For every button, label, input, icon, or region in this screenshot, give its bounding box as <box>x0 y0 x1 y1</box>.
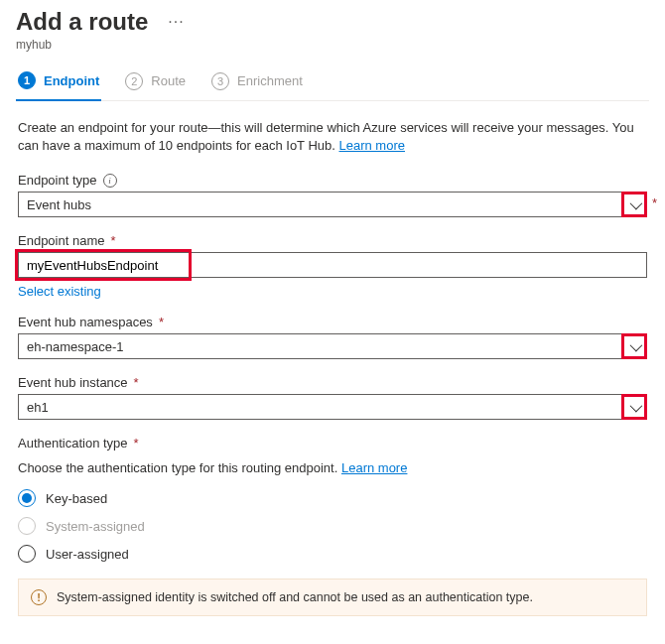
required-marker: * <box>134 436 139 451</box>
instance-value: eh1 <box>27 400 49 415</box>
tab-label: Enrichment <box>237 73 303 88</box>
instance-select[interactable]: eh1 <box>18 394 647 420</box>
info-banner: ! System-assigned identity is switched o… <box>18 579 647 616</box>
endpoint-name-input[interactable] <box>18 252 647 278</box>
wizard-tabs: 1 Endpoint 2 Route 3 Enrichment <box>16 65 649 101</box>
warning-icon: ! <box>31 589 47 605</box>
namespace-value: eh-namespace-1 <box>27 339 124 354</box>
auth-type-label: Authentication type <box>18 436 128 451</box>
tab-endpoint[interactable]: 1 Endpoint <box>16 65 101 101</box>
tab-label: Endpoint <box>44 73 99 88</box>
select-existing-link[interactable]: Select existing <box>18 284 101 299</box>
endpoint-type-select[interactable]: Event hubs <box>18 192 647 217</box>
tab-enrichment[interactable]: 3 Enrichment <box>209 65 305 100</box>
radio-key-based[interactable]: Key-based <box>18 489 647 507</box>
required-marker: * <box>652 195 657 210</box>
learn-more-link[interactable]: Learn more <box>339 138 405 153</box>
tab-label: Route <box>151 73 186 88</box>
more-button[interactable]: ··· <box>162 12 190 32</box>
radio-label: System-assigned <box>46 519 145 534</box>
auth-radio-group: Key-based System-assigned User-assigned <box>18 489 647 563</box>
step-number: 2 <box>125 72 143 90</box>
page-title: Add a route <box>16 8 148 36</box>
radio-label: User-assigned <box>46 547 129 562</box>
radio-label: Key-based <box>46 491 107 506</box>
namespace-select[interactable]: eh-namespace-1 <box>18 333 647 359</box>
auth-learn-more-link[interactable]: Learn more <box>341 460 407 475</box>
tab-route[interactable]: 2 Route <box>123 65 188 100</box>
endpoint-name-label: Endpoint name <box>18 233 104 248</box>
endpoint-type-value: Event hubs <box>27 197 91 212</box>
banner-text: System-assigned identity is switched off… <box>57 590 533 604</box>
intro-text: Create an endpoint for your route—this w… <box>18 119 647 155</box>
radio-system-assigned: System-assigned <box>18 517 647 535</box>
step-number: 3 <box>211 72 229 90</box>
required-marker: * <box>134 375 139 390</box>
radio-icon <box>18 489 36 507</box>
radio-icon <box>18 517 36 535</box>
info-icon[interactable]: i <box>103 174 117 188</box>
endpoint-type-label: Endpoint type <box>18 173 97 188</box>
resource-name: myhub <box>16 38 649 52</box>
step-number: 1 <box>18 71 36 89</box>
instance-label: Event hub instance <box>18 375 128 390</box>
radio-icon <box>18 545 36 563</box>
auth-description: Choose the authentication type for this … <box>18 460 647 475</box>
required-marker: * <box>159 315 164 329</box>
namespace-label: Event hub namespaces <box>18 315 153 329</box>
radio-user-assigned[interactable]: User-assigned <box>18 545 647 563</box>
required-marker: * <box>110 233 115 248</box>
